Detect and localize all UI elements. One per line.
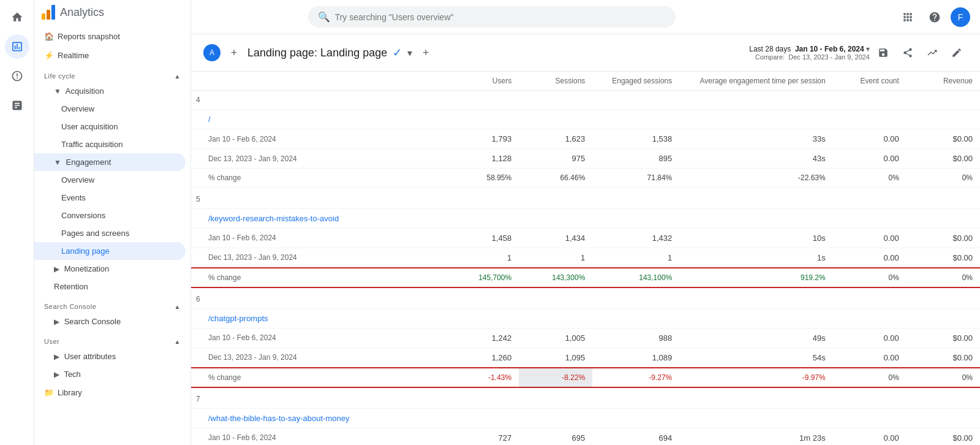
date2-users: 1,128 — [445, 149, 519, 169]
date1-sessions: 1,434 — [519, 228, 592, 248]
sidebar-item-tech[interactable]: ▶ Tech — [34, 365, 186, 383]
save-report-btn[interactable] — [872, 42, 894, 64]
page-link-cell[interactable]: /chatgpt-prompts — [191, 308, 445, 328]
acquisition-expand-icon: ▼ — [54, 87, 61, 96]
change-avg-time: -9.97% — [679, 368, 832, 387]
date1-engaged: 694 — [592, 428, 679, 445]
sidebar-item-events[interactable]: Events — [34, 189, 186, 207]
sidebar-item-overview-acq[interactable]: Overview — [34, 100, 186, 118]
date1-revenue: $0.00 — [907, 228, 980, 248]
date2-events: 0.00 — [833, 149, 907, 169]
change-revenue: 0% — [907, 268, 980, 287]
sidebar-item-overview-eng[interactable]: Overview — [34, 171, 186, 189]
change-users: 58.95% — [445, 169, 519, 188]
change-events: 0% — [833, 268, 907, 287]
date2-revenue: $0.00 — [907, 348, 980, 368]
add-comparison-btn[interactable]: + — [225, 44, 243, 61]
sidebar-item-engagement[interactable]: ▼ Engagement — [34, 153, 186, 171]
sidebar-nav: 🏠 Reports snapshot ⚡ Realtime Life cycle… — [34, 25, 190, 445]
engagement-expand-icon: ▼ — [54, 158, 61, 167]
user-section-label: User ▲ — [34, 330, 190, 348]
avatar[interactable]: F — [951, 7, 970, 27]
sidebar: Analytics 🏠 Reports snapshot ⚡ Realtime … — [34, 0, 191, 445]
row-num-cell: 6 — [191, 290, 445, 309]
table-row: Jan 10 - Feb 6, 2024 1,458 1,434 1,432 1… — [191, 228, 980, 248]
data-table: Users Sessions Engaged sessions Average … — [191, 72, 980, 445]
date1-label: Jan 10 - Feb 6, 2024 — [191, 328, 445, 348]
nav-explore-icon[interactable] — [5, 64, 29, 88]
table-row: Jan 10 - Feb 6, 2024 1,242 1,005 988 49s… — [191, 328, 980, 348]
nav-advertising-icon[interactable] — [5, 93, 29, 118]
page-title-dropdown-icon[interactable]: ▾ — [407, 48, 412, 58]
page-title: Landing page: Landing page ✓ ▾ — [247, 46, 412, 59]
sidebar-item-library[interactable]: 📁 Library — [34, 383, 186, 402]
col-header-avg-time[interactable]: Average engagement time per session — [679, 72, 832, 91]
date2-label: Dec 13, 2023 - Jan 9, 2024 — [191, 348, 445, 368]
date1-avg-time: 49s — [679, 328, 832, 348]
nav-home-icon[interactable] — [5, 5, 29, 29]
date1-revenue: $0.00 — [907, 328, 980, 348]
sidebar-item-search-console[interactable]: ▶ Search Console — [34, 313, 186, 330]
page-link-cell[interactable]: / — [191, 110, 445, 129]
date2-engaged: 895 — [592, 149, 679, 169]
table-row-page: /chatgpt-prompts — [191, 308, 980, 328]
date-range-block[interactable]: Last 28 days Jan 10 - Feb 6, 2024 ▾ Comp… — [749, 45, 870, 61]
table-row: Dec 13, 2023 - Jan 9, 2024 1 1 1 1s 0.00… — [191, 248, 980, 268]
date1-users: 1,458 — [445, 228, 519, 248]
change-label: % change — [191, 368, 445, 387]
sidebar-item-reports-snapshot[interactable]: 🏠 Reports snapshot — [34, 27, 186, 46]
table-row-change: % change -1.43% -8.22% -9.27% -9.97% 0% … — [191, 368, 980, 387]
date2-sessions: 1,095 — [519, 348, 592, 368]
date1-engaged: 1,432 — [592, 228, 679, 248]
sidebar-item-user-attributes[interactable]: ▶ User attributes — [34, 348, 186, 365]
date2-label: Dec 13, 2023 - Jan 9, 2024 — [191, 149, 445, 169]
date2-events: 0.00 — [833, 348, 907, 368]
table-row-change: % change 58.95% 66.46% 71.84% -22.63% 0%… — [191, 169, 980, 188]
change-label: % change — [191, 169, 445, 188]
sidebar-item-realtime[interactable]: ⚡ Realtime — [34, 46, 186, 65]
sidebar-item-acquisition[interactable]: ▼ Acquisition — [34, 82, 186, 100]
help-icon-btn[interactable] — [924, 6, 946, 28]
search-input-wrap[interactable]: 🔍 — [308, 6, 676, 28]
row-num-cell: 4 — [191, 91, 445, 110]
lifecycle-chevron: ▲ — [175, 73, 181, 80]
col-header-sessions[interactable]: Sessions — [519, 72, 592, 91]
insights-btn[interactable] — [921, 42, 943, 64]
share-btn[interactable] — [897, 42, 919, 64]
date2-events: 0.00 — [833, 248, 907, 268]
nav-reports-icon[interactable] — [5, 34, 29, 59]
page-header-left: A + Landing page: Landing page ✓ ▾ + — [203, 44, 434, 61]
sidebar-item-landing-page[interactable]: Landing page — [34, 242, 186, 260]
date1-label: Jan 10 - Feb 6, 2024 — [191, 428, 445, 445]
sidebar-item-retention[interactable]: Retention — [34, 278, 186, 295]
page-link-cell[interactable]: /keyword-research-mistakes-to-avoid — [191, 208, 445, 228]
verified-check-icon: ✓ — [393, 47, 402, 59]
user-attributes-expand-icon: ▶ — [54, 352, 59, 361]
sidebar-item-user-acquisition[interactable]: User acquisition — [34, 118, 186, 135]
sidebar-item-traffic-acquisition[interactable]: Traffic acquisition — [34, 135, 186, 153]
apps-icon-btn[interactable] — [897, 6, 919, 28]
date2-engaged: 1,089 — [592, 348, 679, 368]
col-header-events[interactable]: Event count — [833, 72, 907, 91]
change-revenue: 0% — [907, 169, 980, 188]
add-filter-btn[interactable]: + — [417, 44, 434, 61]
date1-avg-time: 10s — [679, 228, 832, 248]
change-engaged: -9.27% — [592, 368, 679, 387]
search-input[interactable] — [335, 12, 519, 22]
sidebar-item-pages-screens[interactable]: Pages and screens — [34, 224, 186, 242]
sidebar-item-monetization[interactable]: ▶ Monetization — [34, 260, 186, 278]
change-sessions: 143,300% — [519, 268, 592, 287]
col-header-users[interactable]: Users — [445, 72, 519, 91]
edit-btn[interactable] — [946, 42, 968, 64]
page-link-cell[interactable]: /what-the-bible-has-to-say-about-money — [191, 408, 445, 428]
col-header-revenue[interactable]: Revenue — [907, 72, 980, 91]
change-engaged: 143,100% — [592, 268, 679, 287]
table-row-num: 4 — [191, 91, 980, 110]
library-icon: 📁 — [44, 388, 54, 397]
sidebar-item-conversions[interactable]: Conversions — [34, 207, 186, 224]
header-right: F — [897, 6, 970, 28]
col-header-engaged[interactable]: Engaged sessions — [592, 72, 679, 91]
date1-users: 1,793 — [445, 129, 519, 149]
sidebar-header: Analytics — [34, 0, 190, 25]
table-row: Dec 13, 2023 - Jan 9, 2024 1,128 975 895… — [191, 149, 980, 169]
